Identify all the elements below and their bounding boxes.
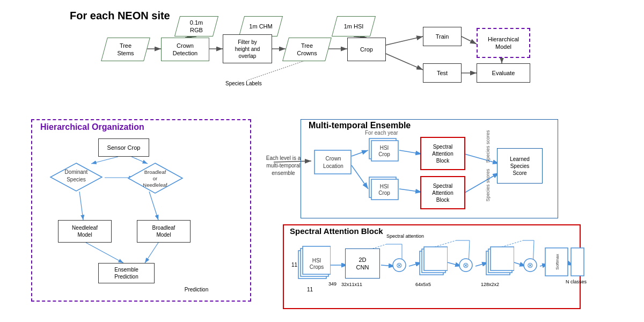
spectral-block-title: Spectral Attention Block bbox=[290, 226, 383, 236]
spectral-attention-label: Spectral attention bbox=[386, 233, 424, 239]
svg-text:⊗: ⊗ bbox=[527, 261, 533, 269]
svg-text:Crop: Crop bbox=[378, 190, 390, 196]
otimes2-node: ⊗ bbox=[458, 258, 473, 273]
filter-node: Filter byheight andoverlap bbox=[223, 34, 272, 63]
crown-detection-node: CrownDetection bbox=[161, 38, 209, 61]
evaluate-node: Evaluate bbox=[477, 63, 530, 83]
svg-text:Dominant: Dominant bbox=[65, 169, 88, 175]
dominant-species-node: Dominant Species bbox=[49, 162, 103, 192]
hsi-crops-node: HSI Crops bbox=[297, 244, 331, 284]
svg-rect-54 bbox=[314, 150, 351, 174]
svg-text:Softmax: Softmax bbox=[555, 254, 560, 269]
svg-text:HSI: HSI bbox=[312, 258, 321, 264]
feat2-node bbox=[485, 245, 514, 279]
dims-32x11x11: 32x11x11 bbox=[341, 282, 362, 287]
species-labels: Species Labels bbox=[225, 80, 262, 86]
dims-128x2x2: 128x2x2 bbox=[481, 282, 499, 287]
svg-text:Crown: Crown bbox=[326, 156, 341, 162]
sab2-node: SpectralAttentionBlock bbox=[420, 176, 465, 209]
tree-stems-node: TreeStems bbox=[104, 38, 147, 61]
svg-line-11 bbox=[386, 54, 423, 70]
nclasses-label: N classes bbox=[566, 279, 587, 284]
species-scores1-label: Species scores bbox=[485, 130, 491, 163]
ensemble-prediction-node: EnsemblePrediction bbox=[98, 263, 155, 283]
svg-text:Needleleaf: Needleleaf bbox=[143, 182, 167, 188]
svg-text:HSI: HSI bbox=[380, 184, 389, 189]
hsi-top-node: 1m HSI bbox=[334, 16, 373, 36]
svg-text:or: or bbox=[153, 175, 157, 181]
nclasses-node bbox=[570, 247, 585, 278]
needleleaf-model-node: NeedleleafModel bbox=[58, 220, 112, 243]
tree-crowns-node: TreeCrowns bbox=[286, 38, 328, 61]
rgb-node: 0.1mRGB bbox=[177, 16, 216, 36]
svg-text:Crops: Crops bbox=[310, 264, 324, 270]
svg-rect-62 bbox=[371, 179, 398, 200]
otimes3-node: ⊗ bbox=[523, 258, 538, 273]
species-scores2-label: Species scores bbox=[485, 169, 491, 201]
num11-bottom: 11 bbox=[307, 287, 313, 292]
svg-line-12 bbox=[462, 36, 477, 44]
prediction-label: Prediction bbox=[169, 287, 224, 292]
svg-line-10 bbox=[386, 36, 423, 45]
svg-text:Broadleaf: Broadleaf bbox=[144, 169, 166, 175]
crown-location-node: Crown Location bbox=[311, 146, 355, 178]
hsi-crop1-node: HSI Crop bbox=[368, 137, 399, 165]
hsi-crop2-node: HSI Crop bbox=[368, 176, 399, 204]
sensor-crop-node: Sensor Crop bbox=[98, 138, 149, 157]
each-level-label: Each level is amulti-temporal ensemble bbox=[257, 155, 310, 177]
svg-rect-84 bbox=[571, 248, 584, 276]
main-title: For each NEON site bbox=[70, 10, 170, 22]
otimes1-node: ⊗ bbox=[392, 258, 407, 273]
svg-text:Location: Location bbox=[323, 163, 343, 169]
test-node: Test bbox=[423, 63, 462, 83]
broadleaf-model-node: BroadleafModel bbox=[137, 220, 191, 243]
cnn2d-node: 2DCNN bbox=[345, 248, 380, 279]
svg-text:Crop: Crop bbox=[378, 151, 390, 157]
svg-rect-74 bbox=[424, 247, 448, 270]
for-each-year-label: For each year bbox=[365, 130, 398, 136]
svg-text:HSI: HSI bbox=[380, 145, 389, 151]
svg-rect-79 bbox=[491, 247, 514, 270]
svg-text:Species: Species bbox=[67, 177, 86, 182]
svg-text:⊗: ⊗ bbox=[463, 261, 469, 269]
feat1-node bbox=[419, 245, 448, 279]
softmax-node: Softmax bbox=[544, 247, 569, 278]
svg-rect-58 bbox=[371, 141, 398, 161]
train-node: Train bbox=[423, 27, 462, 46]
multi-temporal-title: Multi-temporal Ensemble bbox=[309, 121, 411, 130]
svg-text:⊗: ⊗ bbox=[396, 261, 402, 269]
chm-node: 1m CHM bbox=[241, 16, 280, 36]
diagram-container: For each NEON site 0.1mRGB 1m CHM 1m HSI… bbox=[0, 0, 644, 322]
num11-left: 11 bbox=[291, 262, 297, 268]
crop-top-node: Crop bbox=[347, 38, 386, 61]
hierarchical-model-node: HierarchicalModel bbox=[477, 28, 530, 58]
broadleaf-needleleaf-node: Broadleaf or Needleleaf bbox=[127, 162, 184, 194]
sab1-node: SpectralAttentionBlock bbox=[420, 137, 465, 170]
num349: 349 bbox=[328, 281, 336, 287]
hier-org-title: Hierarchical Organization bbox=[40, 122, 144, 132]
learned-score-node: LearnedSpeciesScore bbox=[497, 148, 543, 184]
dims-64x5x5: 64x5x5 bbox=[415, 282, 431, 287]
